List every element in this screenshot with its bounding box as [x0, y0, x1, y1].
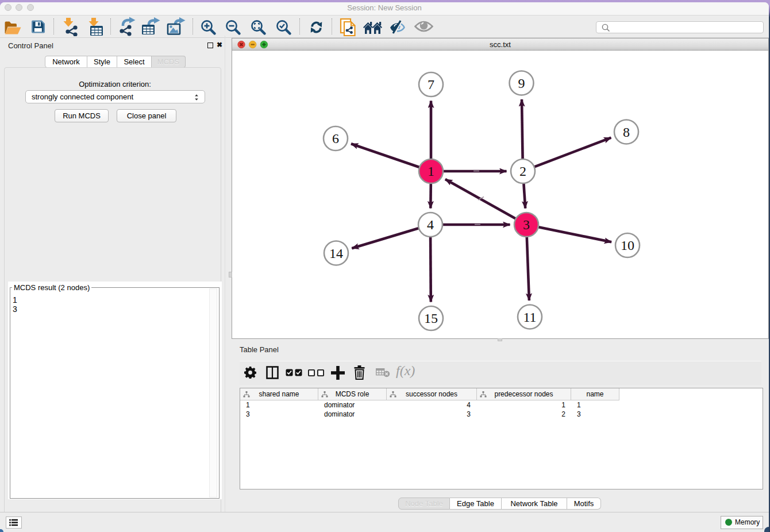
svg-text:11: 11: [523, 310, 536, 325]
svg-text:9: 9: [518, 76, 525, 91]
svg-text:3: 3: [523, 217, 530, 232]
svg-text:1: 1: [428, 164, 434, 179]
svg-text:14: 14: [329, 246, 343, 261]
svg-text:8: 8: [623, 125, 630, 140]
svg-text:4: 4: [427, 217, 434, 232]
svg-text:10: 10: [621, 238, 634, 253]
svg-text:15: 15: [424, 311, 438, 326]
svg-text:6: 6: [332, 131, 339, 146]
svg-text:7: 7: [428, 77, 434, 92]
svg-text:2: 2: [519, 164, 526, 179]
